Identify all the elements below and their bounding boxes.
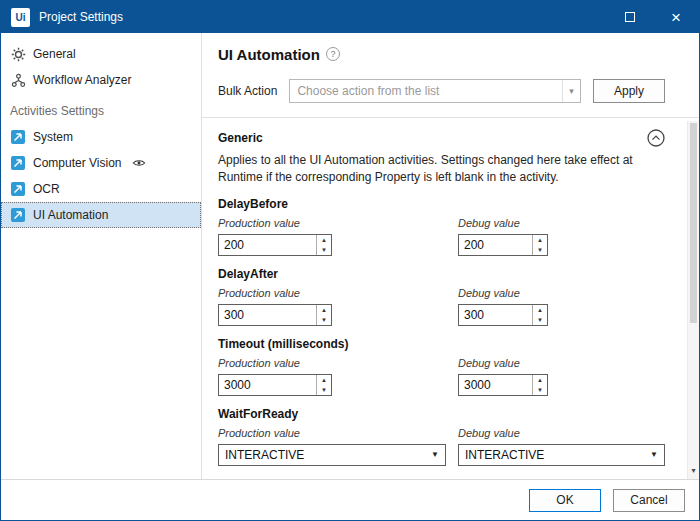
spin-down-icon[interactable]: ▼	[317, 245, 331, 255]
spin-up-icon[interactable]: ▲	[533, 305, 547, 315]
spin-down-icon[interactable]: ▼	[533, 315, 547, 325]
activities-settings-header: Activities Settings	[1, 93, 201, 124]
field-group-waitforready: WaitForReady Production value INTERACTIV…	[218, 407, 665, 466]
field-name: DelayBefore	[218, 197, 665, 211]
sidebar-item-label: UI Automation	[33, 208, 108, 222]
field-group-delayafter: DelayAfter Production value ▲ ▼	[218, 267, 665, 326]
field-name: Timeout (milliseconds)	[218, 337, 665, 351]
workflow-analyzer-icon	[10, 72, 26, 88]
delayafter-debug-spinner: ▲ ▼	[458, 304, 548, 326]
delaybefore-debug-input[interactable]	[459, 235, 532, 255]
timeout-production-input[interactable]	[219, 375, 316, 395]
sidebar-item-general[interactable]: General	[1, 41, 201, 67]
generic-section-description: Applies to all the UI Automation activit…	[218, 152, 665, 186]
window-title: Project Settings	[39, 10, 123, 24]
spin-up-icon[interactable]: ▲	[317, 305, 331, 315]
spin-up-icon[interactable]: ▲	[533, 375, 547, 385]
debug-value-label: Debug value	[458, 217, 665, 229]
sidebar-item-label: General	[33, 47, 76, 61]
field-group-delaybefore: DelayBefore Production value ▲ ▼	[218, 197, 665, 256]
cancel-button[interactable]: Cancel	[613, 489, 685, 512]
delayafter-production-spinner: ▲ ▼	[218, 304, 332, 326]
bulk-action-placeholder: Choose action from the list	[290, 80, 562, 102]
project-settings-window: Ui Project Settings × General Workflow A…	[0, 0, 700, 521]
gear-icon	[10, 46, 26, 62]
apply-button[interactable]: Apply	[593, 79, 665, 103]
production-value-label: Production value	[218, 217, 458, 229]
spin-up-icon[interactable]: ▲	[317, 375, 331, 385]
scrollbar[interactable]: ▾	[687, 121, 699, 479]
debug-value-label: Debug value	[458, 427, 665, 439]
divider	[202, 117, 699, 118]
production-value-label: Production value	[218, 287, 458, 299]
dialog-footer: OK Cancel	[1, 479, 699, 520]
sidebar-item-workflow-analyzer[interactable]: Workflow Analyzer	[1, 67, 201, 93]
sidebar-item-label: System	[33, 130, 73, 144]
bulk-action-label: Bulk Action	[218, 84, 277, 98]
timeout-debug-input[interactable]	[459, 375, 532, 395]
settings-panel: UI Automation ? Bulk Action Choose actio…	[202, 33, 699, 479]
timeout-debug-spinner: ▲ ▼	[458, 374, 548, 396]
activity-icon	[10, 207, 26, 223]
chevron-down-icon: ▼	[431, 450, 439, 459]
maximize-icon	[625, 12, 635, 22]
dropdown-selected-value: INTERACTIVE	[225, 448, 427, 462]
spin-up-icon[interactable]: ▲	[317, 235, 331, 245]
scroll-down-button[interactable]: ▾	[688, 463, 699, 477]
sidebar-item-computer-vision[interactable]: Computer Vision	[1, 150, 201, 176]
titlebar: Ui Project Settings ×	[1, 1, 699, 33]
chevron-down-icon: ▼	[650, 450, 658, 459]
delaybefore-production-input[interactable]	[219, 235, 316, 255]
sidebar-item-system[interactable]: System	[1, 124, 201, 150]
spin-up-icon[interactable]: ▲	[533, 235, 547, 245]
field-group-timeout: Timeout (milliseconds) Production value …	[218, 337, 665, 396]
production-value-label: Production value	[218, 357, 458, 369]
activity-icon	[10, 155, 26, 171]
field-name: DelayAfter	[218, 267, 665, 281]
sidebar-item-label: Workflow Analyzer	[33, 73, 131, 87]
spin-down-icon[interactable]: ▼	[317, 385, 331, 395]
help-icon[interactable]: ?	[326, 47, 340, 61]
spin-down-icon[interactable]: ▼	[533, 385, 547, 395]
scrollbar-thumb[interactable]	[690, 123, 697, 323]
uipath-logo-text: Ui	[16, 12, 26, 23]
waitforready-production-dropdown[interactable]: INTERACTIVE ▼	[218, 444, 446, 466]
sidebar-item-label: Computer Vision	[33, 156, 122, 170]
sidebar-item-label: OCR	[33, 182, 60, 196]
waitforready-debug-dropdown[interactable]: INTERACTIVE ▼	[458, 444, 665, 466]
ok-button[interactable]: OK	[529, 489, 601, 512]
uipath-logo: Ui	[11, 8, 30, 27]
delaybefore-debug-spinner: ▲ ▼	[458, 234, 548, 256]
page-title: UI Automation	[218, 46, 320, 63]
maximize-button[interactable]	[607, 1, 653, 33]
close-icon: ×	[671, 9, 681, 26]
delaybefore-production-spinner: ▲ ▼	[218, 234, 332, 256]
delayafter-debug-input[interactable]	[459, 305, 532, 325]
settings-sidebar: General Workflow Analyzer Activities Set…	[1, 33, 202, 479]
chevron-down-icon: ▾	[562, 80, 580, 102]
field-name: WaitForReady	[218, 407, 665, 421]
activity-icon	[10, 129, 26, 145]
sidebar-item-ocr[interactable]: OCR	[1, 176, 201, 202]
generic-section-title: Generic	[218, 131, 263, 145]
production-value-label: Production value	[218, 427, 458, 439]
spin-down-icon[interactable]: ▼	[317, 315, 331, 325]
close-button[interactable]: ×	[653, 1, 699, 33]
activity-icon	[10, 181, 26, 197]
debug-value-label: Debug value	[458, 357, 665, 369]
sidebar-item-ui-automation[interactable]: UI Automation	[1, 202, 201, 228]
timeout-production-spinner: ▲ ▼	[218, 374, 332, 396]
bulk-action-dropdown[interactable]: Choose action from the list ▾	[289, 79, 581, 103]
debug-value-label: Debug value	[458, 287, 665, 299]
eye-icon	[132, 156, 146, 170]
collapse-section-button[interactable]	[647, 129, 665, 147]
spin-down-icon[interactable]: ▼	[533, 245, 547, 255]
delayafter-production-input[interactable]	[219, 305, 316, 325]
dropdown-selected-value: INTERACTIVE	[465, 448, 646, 462]
window-controls: ×	[607, 1, 699, 33]
